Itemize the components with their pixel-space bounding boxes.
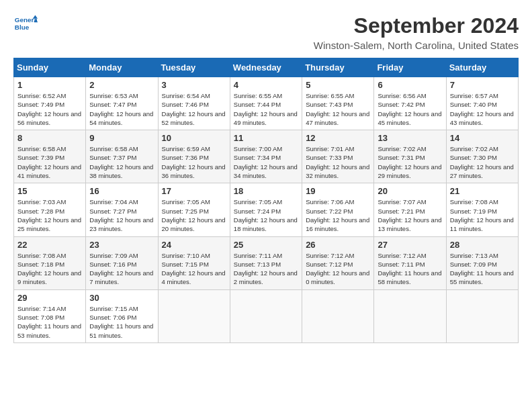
page-header: General Blue September 2024 Winston-Sale… — [13, 13, 519, 51]
day-info: Sunrise: 7:06 AMSunset: 7:22 PMDaylight:… — [306, 197, 370, 233]
day-info: Sunrise: 6:57 AMSunset: 7:40 PMDaylight:… — [450, 91, 515, 127]
day-info: Sunrise: 7:15 AMSunset: 7:06 PMDaylight:… — [89, 304, 154, 340]
day-info: Sunrise: 6:58 AMSunset: 7:37 PMDaylight:… — [89, 144, 154, 180]
calendar-cell: 9Sunrise: 6:58 AMSunset: 7:37 PMDaylight… — [86, 130, 158, 183]
calendar-cell: 16Sunrise: 7:04 AMSunset: 7:27 PMDayligh… — [86, 183, 158, 236]
day-number: 8 — [17, 133, 82, 143]
calendar-cell: 19Sunrise: 7:06 AMSunset: 7:22 PMDayligh… — [302, 183, 374, 236]
calendar-cell: 22Sunrise: 7:08 AMSunset: 7:18 PMDayligh… — [14, 236, 86, 289]
calendar-week-1: 8Sunrise: 6:58 AMSunset: 7:39 PMDaylight… — [14, 130, 519, 183]
calendar-cell: 25Sunrise: 7:11 AMSunset: 7:13 PMDayligh… — [230, 236, 302, 289]
day-number: 17 — [162, 186, 226, 196]
day-info: Sunrise: 6:59 AMSunset: 7:36 PMDaylight:… — [162, 144, 226, 180]
header-cell-tuesday: Tuesday — [158, 58, 230, 77]
calendar-table: SundayMondayTuesdayWednesdayThursdayFrid… — [13, 58, 519, 343]
day-info: Sunrise: 7:03 AMSunset: 7:28 PMDaylight:… — [17, 197, 82, 233]
day-info: Sunrise: 6:58 AMSunset: 7:39 PMDaylight:… — [17, 144, 82, 180]
calendar-cell: 8Sunrise: 6:58 AMSunset: 7:39 PMDaylight… — [14, 130, 86, 183]
calendar-cell: 20Sunrise: 7:07 AMSunset: 7:21 PMDayligh… — [374, 183, 446, 236]
calendar-cell: 27Sunrise: 7:12 AMSunset: 7:11 PMDayligh… — [374, 236, 446, 289]
calendar-cell: 2Sunrise: 6:53 AMSunset: 7:47 PMDaylight… — [86, 77, 158, 130]
calendar-cell: 26Sunrise: 7:12 AMSunset: 7:12 PMDayligh… — [302, 236, 374, 289]
header-cell-sunday: Sunday — [14, 58, 86, 77]
day-number: 4 — [234, 80, 298, 90]
day-info: Sunrise: 6:54 AMSunset: 7:46 PMDaylight:… — [162, 91, 226, 127]
day-info: Sunrise: 7:02 AMSunset: 7:30 PMDaylight:… — [450, 144, 515, 180]
calendar-cell — [446, 289, 518, 342]
day-number: 10 — [162, 133, 226, 143]
day-number: 28 — [450, 240, 515, 250]
calendar-cell — [374, 289, 446, 342]
logo: General Blue — [13, 13, 38, 34]
day-number: 22 — [17, 240, 82, 250]
calendar-cell: 7Sunrise: 6:57 AMSunset: 7:40 PMDaylight… — [446, 77, 518, 130]
day-number: 15 — [17, 186, 82, 196]
calendar-cell: 4Sunrise: 6:55 AMSunset: 7:44 PMDaylight… — [230, 77, 302, 130]
logo-icon: General Blue — [13, 13, 38, 34]
day-number: 6 — [378, 80, 442, 90]
calendar-week-2: 15Sunrise: 7:03 AMSunset: 7:28 PMDayligh… — [14, 183, 519, 236]
calendar-cell: 15Sunrise: 7:03 AMSunset: 7:28 PMDayligh… — [14, 183, 86, 236]
calendar-cell: 17Sunrise: 7:05 AMSunset: 7:25 PMDayligh… — [158, 183, 230, 236]
day-number: 24 — [162, 240, 226, 250]
day-number: 3 — [162, 80, 226, 90]
day-number: 14 — [450, 133, 515, 143]
calendar-cell — [302, 289, 374, 342]
day-number: 19 — [306, 186, 370, 196]
calendar-week-4: 29Sunrise: 7:14 AMSunset: 7:08 PMDayligh… — [14, 289, 519, 342]
day-info: Sunrise: 7:00 AMSunset: 7:34 PMDaylight:… — [234, 144, 298, 180]
day-info: Sunrise: 7:05 AMSunset: 7:25 PMDaylight:… — [162, 197, 226, 233]
day-number: 18 — [234, 186, 298, 196]
day-number: 5 — [306, 80, 370, 90]
day-number: 16 — [89, 186, 154, 196]
day-info: Sunrise: 7:12 AMSunset: 7:12 PMDaylight:… — [306, 251, 370, 287]
header-cell-wednesday: Wednesday — [230, 58, 302, 77]
calendar-cell: 5Sunrise: 6:55 AMSunset: 7:43 PMDaylight… — [302, 77, 374, 130]
calendar-cell: 30Sunrise: 7:15 AMSunset: 7:06 PMDayligh… — [86, 289, 158, 342]
calendar-cell: 12Sunrise: 7:01 AMSunset: 7:33 PMDayligh… — [302, 130, 374, 183]
month-title: September 2024 — [314, 13, 519, 38]
day-info: Sunrise: 7:11 AMSunset: 7:13 PMDaylight:… — [234, 251, 298, 287]
day-number: 29 — [17, 293, 82, 303]
day-number: 23 — [89, 240, 154, 250]
day-info: Sunrise: 7:09 AMSunset: 7:16 PMDaylight:… — [89, 251, 154, 287]
day-info: Sunrise: 7:02 AMSunset: 7:31 PMDaylight:… — [378, 144, 442, 180]
calendar-cell — [230, 289, 302, 342]
title-area: September 2024 Winston-Salem, North Caro… — [314, 13, 519, 51]
location-subtitle: Winston-Salem, North Carolina, United St… — [314, 40, 519, 51]
day-info: Sunrise: 6:53 AMSunset: 7:47 PMDaylight:… — [89, 91, 154, 127]
day-info: Sunrise: 7:10 AMSunset: 7:15 PMDaylight:… — [162, 251, 226, 287]
day-number: 20 — [378, 186, 442, 196]
day-number: 27 — [378, 240, 442, 250]
day-info: Sunrise: 7:08 AMSunset: 7:18 PMDaylight:… — [17, 251, 82, 287]
day-number: 13 — [378, 133, 442, 143]
day-number: 30 — [89, 293, 154, 303]
calendar-cell: 29Sunrise: 7:14 AMSunset: 7:08 PMDayligh… — [14, 289, 86, 342]
calendar-cell: 10Sunrise: 6:59 AMSunset: 7:36 PMDayligh… — [158, 130, 230, 183]
calendar-cell: 24Sunrise: 7:10 AMSunset: 7:15 PMDayligh… — [158, 236, 230, 289]
calendar-cell: 21Sunrise: 7:08 AMSunset: 7:19 PMDayligh… — [446, 183, 518, 236]
day-info: Sunrise: 7:13 AMSunset: 7:09 PMDaylight:… — [450, 251, 515, 287]
day-number: 11 — [234, 133, 298, 143]
day-info: Sunrise: 7:12 AMSunset: 7:11 PMDaylight:… — [378, 251, 442, 287]
calendar-cell: 3Sunrise: 6:54 AMSunset: 7:46 PMDaylight… — [158, 77, 230, 130]
calendar-body: 1Sunrise: 6:52 AMSunset: 7:49 PMDaylight… — [14, 77, 519, 343]
header-row: SundayMondayTuesdayWednesdayThursdayFrid… — [14, 58, 519, 77]
calendar-week-0: 1Sunrise: 6:52 AMSunset: 7:49 PMDaylight… — [14, 77, 519, 130]
calendar-cell: 18Sunrise: 7:05 AMSunset: 7:24 PMDayligh… — [230, 183, 302, 236]
day-info: Sunrise: 7:04 AMSunset: 7:27 PMDaylight:… — [89, 197, 154, 233]
svg-text:Blue: Blue — [15, 24, 30, 31]
calendar-cell: 11Sunrise: 7:00 AMSunset: 7:34 PMDayligh… — [230, 130, 302, 183]
day-number: 2 — [89, 80, 154, 90]
day-info: Sunrise: 6:55 AMSunset: 7:44 PMDaylight:… — [234, 91, 298, 127]
day-info: Sunrise: 6:52 AMSunset: 7:49 PMDaylight:… — [17, 91, 82, 127]
day-number: 25 — [234, 240, 298, 250]
day-info: Sunrise: 6:56 AMSunset: 7:42 PMDaylight:… — [378, 91, 442, 127]
calendar-cell: 28Sunrise: 7:13 AMSunset: 7:09 PMDayligh… — [446, 236, 518, 289]
day-info: Sunrise: 7:08 AMSunset: 7:19 PMDaylight:… — [450, 197, 515, 233]
day-number: 9 — [89, 133, 154, 143]
calendar-cell: 13Sunrise: 7:02 AMSunset: 7:31 PMDayligh… — [374, 130, 446, 183]
day-number: 26 — [306, 240, 370, 250]
day-info: Sunrise: 6:55 AMSunset: 7:43 PMDaylight:… — [306, 91, 370, 127]
header-cell-thursday: Thursday — [302, 58, 374, 77]
